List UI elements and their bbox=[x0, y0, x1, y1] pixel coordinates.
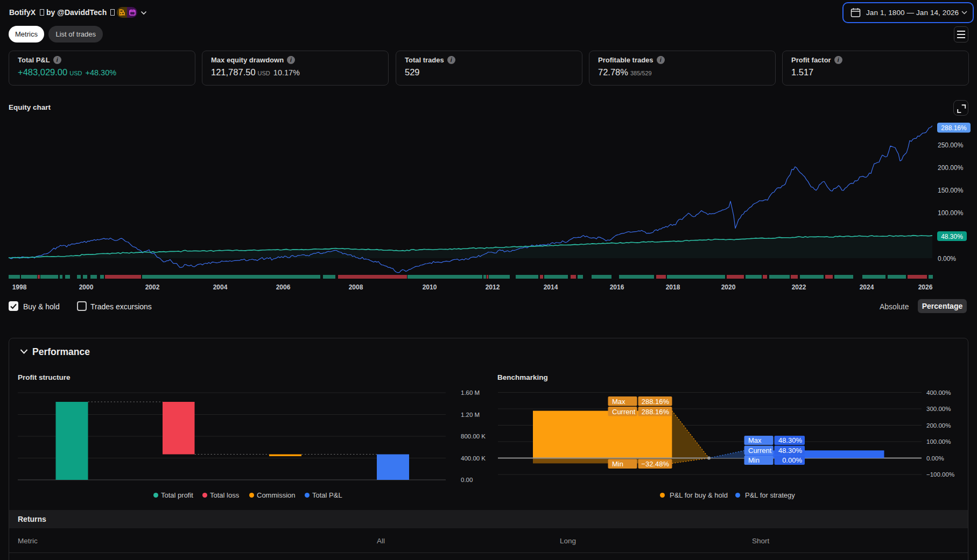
svg-text:200.00%: 200.00% bbox=[926, 422, 951, 429]
svg-text:P&L for buy & hold: P&L for buy & hold bbox=[670, 491, 728, 499]
svg-text:Max: Max bbox=[748, 436, 762, 444]
svg-text:48.30%: 48.30% bbox=[778, 436, 803, 444]
svg-text:−100.00%: −100.00% bbox=[926, 471, 954, 478]
svg-text:100.00%: 100.00% bbox=[926, 438, 951, 445]
svg-text:48.30%: 48.30% bbox=[778, 446, 803, 455]
svg-text:288.16%: 288.16% bbox=[642, 408, 670, 416]
svg-text:288.16%: 288.16% bbox=[642, 398, 670, 406]
svg-text:0.00%: 0.00% bbox=[926, 455, 944, 462]
svg-text:Max: Max bbox=[612, 398, 625, 406]
svg-text:Current: Current bbox=[748, 446, 772, 455]
svg-text:Current: Current bbox=[612, 408, 636, 416]
svg-text:0.00%: 0.00% bbox=[782, 456, 802, 464]
svg-text:Min: Min bbox=[612, 460, 623, 468]
svg-text:−32.48%: −32.48% bbox=[641, 460, 669, 468]
svg-text:400.00%: 400.00% bbox=[926, 389, 951, 396]
svg-text:Min: Min bbox=[748, 456, 760, 464]
svg-text:P&L for strategy: P&L for strategy bbox=[745, 491, 795, 499]
svg-text:300.00%: 300.00% bbox=[926, 406, 951, 412]
